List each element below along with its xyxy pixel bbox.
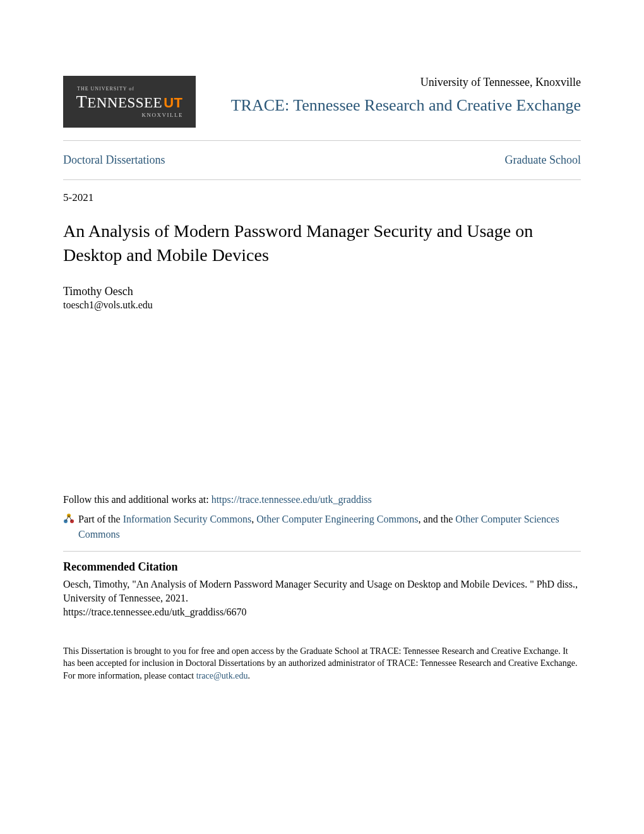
- follow-prefix: Follow this and additional works at:: [63, 494, 212, 505]
- partof-prefix: Part of the: [78, 514, 123, 524]
- spacer: [63, 311, 581, 494]
- header-text: University of Tennessee, Knoxville TRACE…: [196, 76, 581, 116]
- divider-2: [63, 179, 581, 180]
- partof-sep2: , and the: [419, 514, 456, 524]
- footer-spacer: [63, 620, 581, 645]
- part-of-text: Part of the Information Security Commons…: [78, 512, 581, 542]
- collection-link[interactable]: Doctoral Dissertations: [63, 154, 165, 167]
- repository-title-link[interactable]: TRACE: Tennessee Research and Creative E…: [215, 94, 581, 116]
- logo-line3: KNOXVILLE: [142, 112, 184, 118]
- contact-email-link[interactable]: trace@utk.edu: [196, 671, 248, 680]
- footer-body: This Dissertation is brought to you for …: [63, 646, 578, 680]
- breadcrumb-links: Doctoral Dissertations Graduate School: [63, 150, 581, 171]
- paper-title: An Analysis of Modern Password Manager S…: [63, 219, 581, 267]
- publication-date: 5-2021: [63, 191, 581, 204]
- footer-text: This Dissertation is brought to you for …: [63, 645, 581, 682]
- commons-link-1[interactable]: Information Security Commons: [123, 514, 252, 524]
- network-icon: [63, 513, 75, 524]
- citation-url: https://trace.tennessee.edu/utk_graddiss…: [63, 607, 247, 617]
- graduate-school-link[interactable]: Graduate School: [505, 154, 581, 167]
- logo-tennessee: ENNESSEE: [87, 95, 162, 111]
- author-email: toesch1@vols.utk.edu: [63, 299, 581, 311]
- divider-3: [63, 551, 581, 552]
- citation-heading: Recommended Citation: [63, 560, 581, 574]
- logo-line2: TENNESSEEUT: [76, 92, 183, 112]
- partof-sep1: ,: [251, 514, 256, 524]
- footer-period: .: [247, 671, 250, 680]
- follow-url-link[interactable]: https://trace.tennessee.edu/utk_graddiss: [212, 494, 372, 505]
- header-section: THE UNIVERSITY of TENNESSEEUT KNOXVILLE …: [63, 76, 581, 128]
- commons-link-2[interactable]: Other Computer Engineering Commons: [256, 514, 418, 524]
- ut-logo: THE UNIVERSITY of TENNESSEEUT KNOXVILLE: [63, 76, 196, 128]
- author-name: Timothy Oesch: [63, 285, 581, 298]
- university-name: University of Tennessee, Knoxville: [215, 76, 581, 89]
- logo-ut-mark: UT: [164, 95, 182, 111]
- follow-works: Follow this and additional works at: htt…: [63, 494, 581, 505]
- citation-body: Oesch, Timothy, "An Analysis of Modern P…: [63, 579, 578, 603]
- citation-text: Oesch, Timothy, "An Analysis of Modern P…: [63, 577, 581, 620]
- logo-t: T: [76, 92, 88, 112]
- divider-1: [63, 140, 581, 141]
- part-of-row: Part of the Information Security Commons…: [63, 512, 581, 542]
- logo-line1: THE UNIVERSITY of: [77, 86, 134, 92]
